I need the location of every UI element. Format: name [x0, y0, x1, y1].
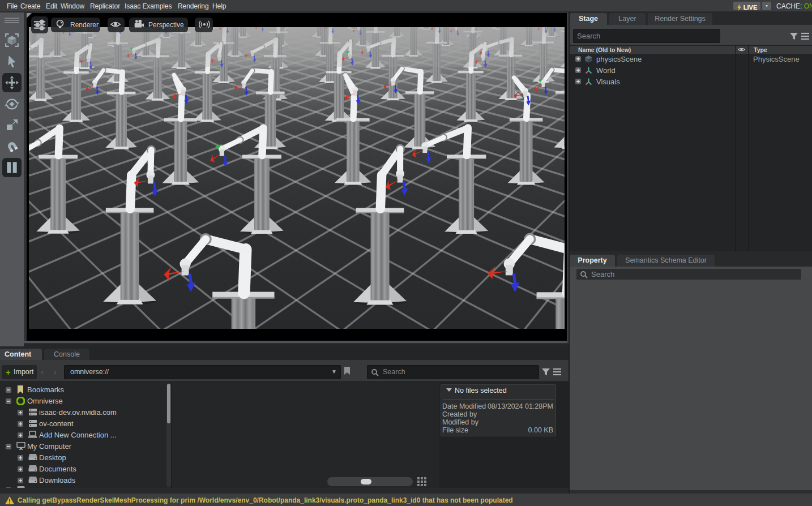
svg-text:+: +: [35, 435, 37, 439]
